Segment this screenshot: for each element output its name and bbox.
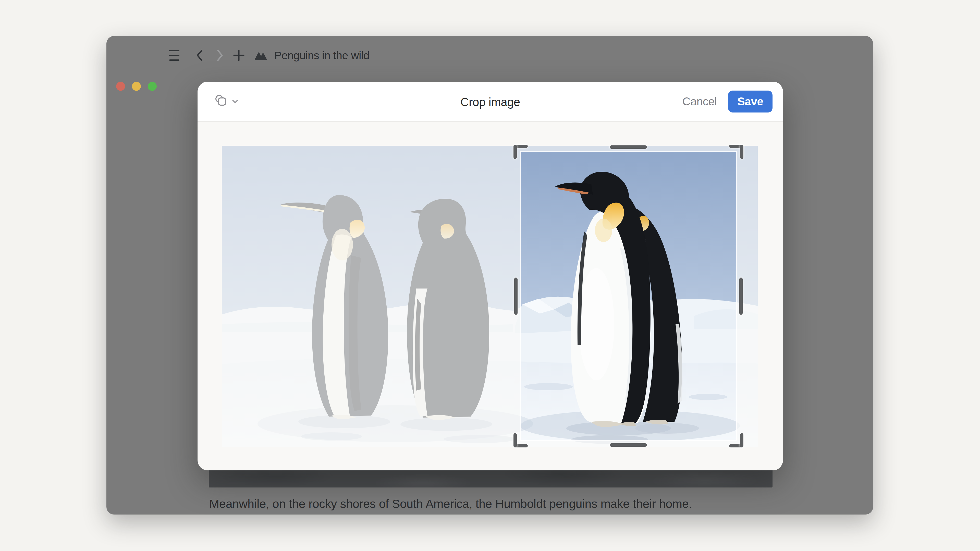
- crop-handle-bottom[interactable]: [610, 443, 647, 447]
- crop-handle-top-right[interactable]: [740, 144, 743, 159]
- crop-dialog: Crop image Cancel Save: [197, 82, 783, 470]
- page-title: Penguins in the wild: [274, 49, 369, 61]
- save-button[interactable]: Save: [728, 91, 773, 113]
- crop-handle-right[interactable]: [739, 278, 743, 315]
- crop-handle-bottom-right[interactable]: [740, 433, 743, 448]
- crop-dialog-header: Crop image Cancel Save: [197, 82, 783, 122]
- dialog-actions: Cancel Save: [682, 82, 773, 121]
- crop-canvas: [222, 146, 758, 447]
- plus-icon[interactable]: [233, 50, 245, 61]
- crop-handle-left[interactable]: [514, 278, 517, 315]
- document-caption: Meanwhile, on the rocky shores of South …: [209, 497, 692, 511]
- cancel-button[interactable]: Cancel: [682, 95, 717, 108]
- crop-selection[interactable]: [520, 151, 737, 441]
- close-window-button[interactable]: [116, 82, 125, 91]
- chevron-left-icon[interactable]: [195, 49, 204, 62]
- zoom-window-button[interactable]: [148, 82, 157, 91]
- chevron-right-icon[interactable]: [215, 49, 225, 62]
- minimize-window-button[interactable]: [132, 82, 141, 91]
- crop-handle-top-left[interactable]: [514, 144, 517, 159]
- screen: Penguins in the wild Meanwhile, on the r…: [0, 0, 980, 551]
- crop-handle-top[interactable]: [610, 145, 647, 149]
- mountains-icon: [254, 50, 268, 61]
- document-image-bottom: [209, 470, 773, 487]
- crop-handle-bottom-left[interactable]: [514, 433, 517, 448]
- menu-icon[interactable]: [169, 50, 180, 61]
